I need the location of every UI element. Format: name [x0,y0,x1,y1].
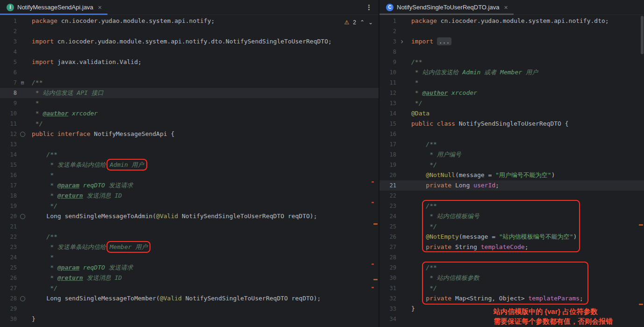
line-number[interactable]: 5 [0,57,17,67]
code-line[interactable]: 22 [379,191,644,201]
line-number[interactable]: 20 [0,211,17,221]
line-number[interactable]: 6 [0,67,17,78]
line-number[interactable]: 9 [0,98,17,108]
line-number[interactable]: 9 [379,57,396,67]
code-line[interactable]: 17 /** [379,139,644,149]
code-line[interactable]: 12public interface NotifyMessageSendApi … [0,129,379,139]
code-line[interactable]: 26 @NotEmpty(message = "站内信模板编号不能为空") [379,232,644,242]
code-line[interactable]: 1package cn.iocoder.yudao.module.system.… [379,16,644,26]
line-number[interactable]: 34 [379,314,396,324]
line-number[interactable]: 8 [379,47,396,57]
code-line[interactable]: 8 * 站内信发送 API 接口 [0,88,379,98]
code-line[interactable]: 28 Long sendSingleMessageToMember(@Valid… [0,293,379,304]
line-number[interactable]: 4 [0,47,17,57]
line-number[interactable]: 25 [0,263,17,273]
code-line[interactable]: 3import cn.iocoder.yudao.module.system.a… [0,36,379,47]
code-area-left[interactable]: 1package cn.iocoder.yudao.module.system.… [0,15,379,327]
line-number[interactable]: 18 [0,191,17,201]
code-line[interactable]: 19 */ [0,201,379,211]
line-number[interactable]: 8 [0,88,17,98]
docview-icon[interactable] [17,78,28,88]
line-number[interactable]: 26 [0,273,17,283]
code-line[interactable]: 2 [0,26,379,36]
code-line[interactable]: 32 private Map<String, Object> templateP… [379,293,644,304]
line-number[interactable]: 24 [379,211,396,221]
code-line[interactable]: 14@Data [379,108,644,119]
code-line[interactable]: 11 */ [0,119,379,129]
code-line[interactable]: 26 * @return 发送消息 ID [0,273,379,283]
code-line[interactable]: 8 [379,47,644,57]
code-line[interactable]: 24 * [0,252,379,263]
line-number[interactable]: 18 [379,149,396,160]
line-number[interactable]: 21 [0,221,17,232]
code-line[interactable]: 12 * @author xrcoder [379,88,644,98]
line-number[interactable]: 2 [379,26,396,36]
line-number[interactable]: 13 [0,139,17,149]
line-number[interactable]: 30 [379,273,396,283]
line-number[interactable]: 31 [379,283,396,293]
line-number[interactable]: 1 [379,16,396,26]
line-number[interactable]: 12 [0,129,17,139]
code-line[interactable]: 29 /** [379,263,644,273]
scrollbar-thumb[interactable] [641,16,644,54]
code-line[interactable]: 15public class NotifySendSingleToUserReq… [379,119,644,129]
impl-icon[interactable] [17,211,28,221]
code-line[interactable]: 15 * 发送单条站内信给 Admin 用户 [0,160,379,170]
code-area-right[interactable]: 1package cn.iocoder.yudao.module.system.… [379,15,644,327]
inspections-widget[interactable]: ⚠ 2 ⌃ ⌄ [344,17,373,28]
code-line[interactable]: 7/** [0,78,379,88]
line-number[interactable]: 7 [0,78,17,88]
line-number[interactable]: 30 [0,314,17,324]
code-line[interactable]: 18 * @return 发送消息 ID [0,191,379,201]
code-line[interactable]: 4 [0,47,379,57]
line-number[interactable]: 23 [0,242,17,252]
code-line[interactable]: 21 [0,221,379,232]
code-line[interactable]: 5import javax.validation.Valid; [0,57,379,67]
code-line[interactable]: 20 @NotNull(message = "用户编号不能为空") [379,170,644,180]
impl-icon[interactable] [17,293,28,304]
line-number[interactable]: 25 [379,221,396,232]
line-number[interactable]: 3 [0,36,17,47]
code-line[interactable]: 9/** [379,57,644,67]
line-number[interactable]: 19 [0,201,17,211]
code-line[interactable]: 25 */ [379,221,644,232]
code-line[interactable]: 29 [0,304,379,314]
line-number[interactable]: 21 [379,180,396,191]
code-line[interactable]: 30} [0,314,379,324]
line-number[interactable]: 29 [379,263,396,273]
line-number[interactable]: 24 [0,252,17,263]
line-number[interactable]: 13 [379,98,396,108]
line-number[interactable]: 11 [379,78,396,88]
code-line[interactable]: 20 Long sendSingleMessageToAdmin(@Valid … [0,211,379,221]
line-number[interactable]: 15 [379,119,396,129]
code-line[interactable]: 21 private Long userId; [379,180,644,191]
code-line[interactable]: 23 /** [379,201,644,211]
fold-icon[interactable] [396,36,408,47]
line-number[interactable]: 17 [0,180,17,191]
code-line[interactable]: 27 */ [0,283,379,293]
line-number[interactable]: 10 [379,67,396,78]
line-number[interactable]: 22 [379,191,396,201]
line-number[interactable]: 33 [379,304,396,314]
line-number[interactable]: 27 [0,283,17,293]
code-line[interactable]: 23 * 发送单条站内信给 Member 用户 [0,242,379,252]
line-number[interactable]: 17 [379,139,396,149]
code-line[interactable]: 31 */ [379,283,644,293]
code-line[interactable]: 16 * [0,170,379,180]
code-line[interactable]: 17 * @param reqDTO 发送请求 [0,180,379,191]
line-number[interactable]: 16 [379,129,396,139]
code-line[interactable]: 2 [379,26,644,36]
line-number[interactable]: 10 [0,108,17,119]
impl-icon[interactable] [17,129,28,139]
next-problem-icon[interactable]: ⌄ [368,17,373,28]
line-number[interactable]: 26 [379,232,396,242]
line-number[interactable]: 32 [379,293,396,304]
code-line[interactable]: 10 * 站内信发送给 Admin 或者 Member 用户 [379,67,644,78]
code-line[interactable]: 9 * [0,98,379,108]
tab-notify-message-send-api[interactable]: I NotifyMessageSendApi.java × [0,0,107,14]
line-number[interactable]: 1 [0,16,17,26]
code-line[interactable]: 3import ... [379,36,644,47]
line-number[interactable]: 19 [379,160,396,170]
code-line[interactable]: 10 * @author xrcoder [0,108,379,119]
editor-options-menu-icon[interactable]: ⋮ [365,3,372,12]
